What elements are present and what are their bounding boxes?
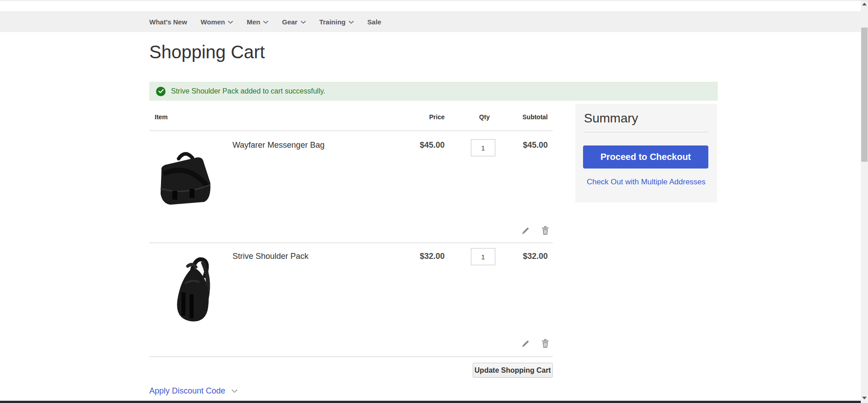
nav-item-training[interactable]: Training — [319, 18, 354, 26]
chevron-down-icon — [349, 21, 354, 24]
multi-address-checkout-link[interactable]: Check Out with Multiple Addresses — [587, 178, 706, 186]
product-image-wayfarer-messenger-bag[interactable] — [156, 144, 214, 216]
scrollbar-thumb[interactable] — [861, 28, 868, 162]
summary-title: Summary — [584, 111, 638, 126]
nav-item-label: Training — [319, 18, 346, 26]
nav-item-whats-new[interactable]: What's New — [149, 18, 187, 26]
delete-item-button[interactable] — [540, 225, 550, 235]
success-banner: Strive Shoulder Pack added to cart succe… — [149, 82, 718, 101]
nav-item-label: Women — [201, 18, 225, 26]
table-divider — [149, 356, 553, 357]
trash-icon — [541, 226, 549, 235]
update-cart-button[interactable]: Update Shopping Cart — [473, 363, 553, 378]
summary-divider — [584, 132, 708, 132]
product-name[interactable]: Wayfarer Messenger Bag — [232, 141, 324, 150]
pencil-icon — [521, 226, 530, 235]
summary-panel: Summary Proceed to Checkout Check Out wi… — [575, 104, 717, 202]
scrollbar-down-arrow[interactable] — [861, 394, 868, 402]
product-name[interactable]: Strive Shoulder Pack — [232, 252, 308, 261]
apply-discount-link[interactable]: Apply Discount Code — [149, 386, 225, 396]
success-check-icon — [156, 87, 166, 96]
nav-item-label: Sale — [367, 18, 381, 26]
column-header-qty: Qty — [468, 113, 501, 121]
nav-item-label: Gear — [282, 18, 297, 26]
nav-item-label: Men — [247, 18, 260, 26]
apply-discount-toggle[interactable]: Apply Discount Code — [149, 386, 237, 396]
main-navbar: What's New Women Men Gear Training Sale — [0, 11, 861, 32]
trash-icon — [541, 339, 549, 348]
product-price: $32.00 — [420, 252, 445, 261]
nav-item-gear[interactable]: Gear — [282, 18, 305, 26]
column-header-price: Price — [429, 113, 445, 121]
table-divider — [149, 131, 553, 131]
edit-item-button[interactable] — [520, 338, 530, 348]
chevron-down-icon — [301, 21, 306, 24]
nav-item-label: What's New — [149, 18, 187, 26]
product-subtotal: $45.00 — [523, 141, 548, 150]
table-divider — [149, 243, 553, 243]
cart-table: Item Price Qty Subtotal Wayfarer Messeng… — [149, 109, 553, 403]
nav-item-men[interactable]: Men — [247, 18, 268, 26]
chevron-down-icon — [232, 389, 237, 393]
product-subtotal: $32.00 — [523, 252, 548, 261]
nav-item-sale[interactable]: Sale — [367, 18, 381, 26]
product-image-strive-shoulder-pack[interactable] — [170, 254, 220, 326]
shopping-cart-page: What's New Women Men Gear Training Sale — [0, 0, 868, 403]
column-header-item: Item — [155, 113, 168, 121]
product-price: $45.00 — [420, 141, 445, 150]
success-message-text: Strive Shoulder Pack added to cart succe… — [171, 87, 325, 95]
chevron-down-icon — [228, 21, 233, 24]
edit-item-button[interactable] — [520, 225, 530, 235]
page-title: Shopping Cart — [149, 42, 265, 62]
column-header-subtotal: Subtotal — [522, 113, 548, 121]
qty-input[interactable] — [471, 248, 495, 265]
chevron-down-icon — [263, 21, 268, 24]
delete-item-button[interactable] — [540, 338, 550, 348]
vertical-scrollbar[interactable] — [861, 0, 868, 403]
pencil-icon — [521, 339, 530, 348]
qty-input[interactable] — [471, 139, 495, 156]
nav-list: What's New Women Men Gear Training Sale — [149, 11, 381, 32]
proceed-to-checkout-button[interactable]: Proceed to Checkout — [583, 145, 708, 169]
nav-item-women[interactable]: Women — [201, 18, 233, 26]
scrollbar-up-arrow[interactable] — [861, 0, 868, 8]
footer-strip — [0, 401, 861, 403]
